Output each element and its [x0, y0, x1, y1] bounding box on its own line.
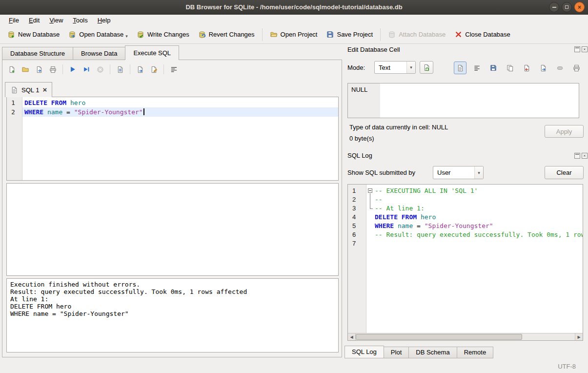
- cell-content: NULL: [348, 83, 380, 118]
- open-project-label: Open Project: [281, 31, 318, 38]
- fold-marker[interactable]: [366, 186, 375, 195]
- line-number: 7: [348, 239, 366, 248]
- line-number: 2: [348, 195, 366, 204]
- cell-editor[interactable]: NULL: [347, 83, 579, 118]
- close-database-button[interactable]: Close Database: [450, 28, 515, 41]
- edit-cell-dock-controls: ×: [574, 46, 588, 52]
- line-number: 2: [7, 107, 22, 117]
- write-changes-button[interactable]: Write Changes: [132, 28, 194, 41]
- open-sql-new-tab-button[interactable]: [5, 63, 19, 76]
- line-number: 6: [348, 230, 366, 239]
- code-token: "Spider-Youngster": [425, 222, 493, 229]
- maximize-button[interactable]: [562, 2, 572, 12]
- editor-code[interactable]: DELETE FROM heroWHERE name = "Spider-You…: [22, 97, 338, 180]
- open-sql-file-in-new-tab-button[interactable]: [32, 63, 46, 76]
- apply-data-type-button[interactable]: [420, 61, 433, 74]
- menu-help[interactable]: Help: [93, 16, 116, 25]
- close-tab-icon[interactable]: ×: [42, 87, 47, 93]
- dock-tab-db-schema[interactable]: DB Schema: [408, 347, 457, 358]
- tab-execute-sql[interactable]: Execute SQL: [125, 45, 179, 60]
- new-database-button[interactable]: New Database: [3, 28, 64, 41]
- menu-file[interactable]: File: [4, 16, 24, 25]
- open-database-button[interactable]: Open Database▾: [64, 28, 132, 41]
- code-token: --: [375, 196, 383, 203]
- revert-changes-button[interactable]: Revert Changes: [194, 28, 259, 41]
- close-button[interactable]: ×: [574, 2, 585, 12]
- scrollbar-thumb[interactable]: [356, 334, 522, 340]
- undock-icon[interactable]: [574, 153, 580, 159]
- horizontal-scrollbar[interactable]: ◀ ▶: [348, 333, 583, 340]
- titlebar[interactable]: DB Browser for SQLite - /home/user/code/…: [0, 0, 588, 15]
- db-attach-icon: [388, 31, 396, 39]
- close-dock-icon[interactable]: ×: [582, 46, 588, 52]
- set-null-button[interactable]: [553, 62, 566, 74]
- log-line: [366, 239, 583, 248]
- dock-tab-sql-log[interactable]: SQL Log: [345, 346, 384, 358]
- line-number: 1: [7, 98, 22, 107]
- folder-open-icon: [21, 65, 29, 73]
- collapse-icon[interactable]: [368, 188, 372, 193]
- toolbar-separator: [262, 28, 263, 41]
- import-cell-data-button[interactable]: [520, 62, 533, 74]
- db-new-icon: [7, 31, 15, 39]
- menu-tools[interactable]: Tools: [68, 16, 92, 25]
- fold-marker: [366, 230, 375, 239]
- dock-tab-plot[interactable]: Plot: [384, 347, 409, 358]
- save-as-view-button[interactable]: [147, 63, 161, 76]
- save-cell-data-button[interactable]: [487, 62, 500, 74]
- execute-all-button[interactable]: [66, 63, 80, 76]
- dock-tab-remote[interactable]: Remote: [457, 347, 494, 358]
- revert-changes-label: Revert Changes: [209, 31, 255, 38]
- results-grid[interactable]: [6, 183, 339, 276]
- clear-log-button[interactable]: Clear: [545, 166, 584, 179]
- scrollbar-track[interactable]: [356, 333, 575, 340]
- copy-cell-data-button[interactable]: [504, 62, 516, 74]
- line-number: 3: [348, 204, 366, 213]
- open-sql-file-button[interactable]: [19, 63, 32, 76]
- execution-message: Execution finished without errors.Result…: [6, 278, 339, 352]
- tab-database-structure[interactable]: Database Structure: [2, 47, 73, 60]
- minimize-button[interactable]: [549, 2, 559, 12]
- refresh-icon: [423, 63, 430, 71]
- menu-view[interactable]: View: [44, 16, 68, 25]
- execute-current-line-button[interactable]: [80, 63, 93, 76]
- word-wrap-cell-button[interactable]: [470, 62, 483, 74]
- close-dock-icon[interactable]: ×: [582, 153, 588, 159]
- undock-icon[interactable]: [574, 46, 580, 52]
- cell-editor-area[interactable]: [380, 83, 579, 118]
- log-filter-combobox[interactable]: User ▾: [433, 166, 484, 179]
- doc-open-icon: [35, 65, 43, 73]
- text-view-button[interactable]: [454, 62, 466, 74]
- cell-type-text: Type of data currently in cell: NULL: [349, 124, 448, 131]
- sql-editor-tab[interactable]: SQL 1 ×: [5, 82, 52, 97]
- log-line: -- EXECUTING ALL IN 'SQL 1': [366, 186, 583, 195]
- sql-log-view[interactable]: 1234567 -- EXECUTING ALL IN 'SQL 1'---- …: [347, 184, 583, 341]
- scroll-left-icon[interactable]: ◀: [348, 333, 356, 340]
- sql-editor[interactable]: 12 DELETE FROM heroWHERE name = "Spider-…: [6, 97, 339, 181]
- word-wrap-button[interactable]: [167, 63, 181, 76]
- code-token: hero: [421, 213, 436, 221]
- line-number: 4: [348, 213, 366, 222]
- save-results-button[interactable]: [113, 63, 127, 76]
- apply-button[interactable]: Apply: [545, 125, 584, 138]
- save-project-button[interactable]: Save Project: [322, 28, 377, 41]
- minimize-icon: [552, 7, 556, 8]
- code-token: name: [398, 222, 413, 229]
- open-project-button[interactable]: Open Project: [265, 28, 322, 41]
- tab-browse-data[interactable]: Browse Data: [73, 47, 125, 60]
- attach-database-label: Attach Database: [399, 31, 446, 38]
- menu-edit[interactable]: Edit: [24, 16, 44, 25]
- log-line-numbers: 1234567: [348, 185, 366, 333]
- log-line: -- At line 1:: [366, 204, 583, 213]
- print-cell-button[interactable]: [570, 62, 583, 74]
- export-cell-data-button[interactable]: [537, 62, 549, 74]
- open-database-dropdown-icon[interactable]: ▾: [125, 34, 128, 39]
- print-sql-button[interactable]: [46, 63, 60, 76]
- project-open-icon: [270, 31, 278, 39]
- mode-combobox[interactable]: Text ▾: [374, 61, 416, 74]
- stop-icon: [96, 65, 104, 73]
- scroll-right-icon[interactable]: ▶: [575, 333, 583, 340]
- cell-toolbar: [454, 62, 583, 74]
- code-token: [417, 213, 421, 221]
- export-results-button[interactable]: [133, 63, 147, 76]
